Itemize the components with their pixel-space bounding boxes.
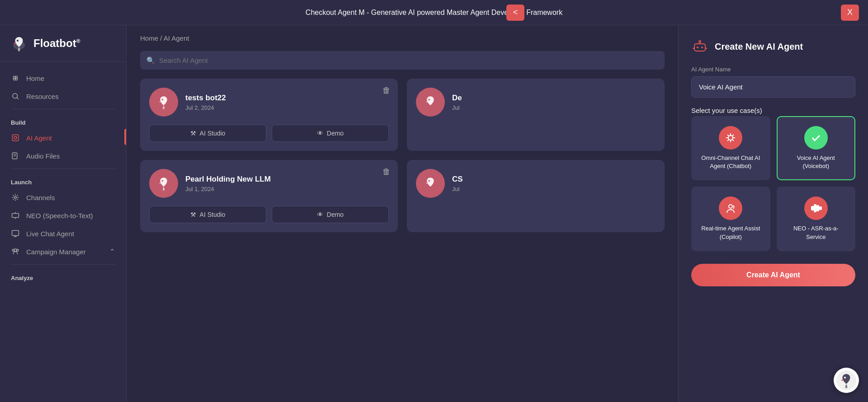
agent-info-2: De Jul [452, 93, 656, 111]
agent-name-form-group: AI Agent Name [691, 66, 855, 98]
sidebar-live-chat-label: Live Chat Agent [26, 230, 74, 238]
agent-name-3: Pearl Holding New LLM [185, 175, 389, 184]
use-case-omni-name: Omni-Channel Chat AI Agent (Chatbot) [698, 154, 763, 170]
use-case-realtime-name: Real-time Agent Assist (Copilot) [698, 224, 763, 241]
agent-avatar-4 [416, 169, 445, 198]
sidebar-item-audio-files[interactable]: Audio Files [0, 147, 126, 165]
use-case-grid: Omni-Channel Chat AI Agent (Chatbot) Voi… [691, 116, 855, 251]
agent-card-3-header: Pearl Holding New LLM Jul 1, 2024 [149, 169, 389, 198]
ai-agent-icon [11, 133, 20, 142]
top-header: Checkout Agent M - Generative AI powered… [0, 0, 868, 25]
agent-card-4-header: CS Jul [416, 169, 656, 198]
active-indicator [124, 129, 126, 145]
agent-name-label: AI Agent Name [691, 66, 855, 73]
svg-line-8 [17, 98, 18, 99]
svg-line-48 [727, 135, 729, 136]
agent-card-4: CS Jul [407, 160, 665, 232]
svg-point-34 [161, 180, 163, 182]
search-input[interactable] [140, 51, 665, 70]
use-case-neo-asr-name: NEO - ASR-as-a-Service [784, 224, 849, 241]
svg-point-14 [14, 196, 17, 199]
logo-text: Floatbot® [33, 37, 80, 50]
svg-line-19 [13, 195, 14, 196]
agent-actions-1: ⚒ AI Studio 👁 Demo [149, 125, 389, 142]
agent-grid: tests bot22 Jul 2, 2024 🗑 ⚒ AI Studio 👁 … [127, 79, 678, 232]
sidebar-home-label: Home [26, 75, 44, 82]
agent-card-3: Pearl Holding New LLM Jul 1, 2024 🗑 ⚒ AI… [140, 160, 398, 232]
neo-icon [11, 211, 20, 220]
sidebar-item-campaign[interactable]: Campaign Manager ⌃ [0, 243, 126, 261]
panel-title-row: Create New AI Agent [691, 38, 855, 55]
search-wrapper: 🔍 [140, 51, 665, 70]
svg-point-2 [17, 40, 19, 42]
agent-info-4: CS Jul [452, 175, 656, 192]
search-icon: 🔍 [146, 56, 155, 65]
sidebar-item-live-chat[interactable]: Live Chat Agent [0, 224, 126, 243]
agent-delete-3[interactable]: 🗑 [382, 167, 391, 177]
close-button[interactable]: X [841, 5, 859, 21]
svg-point-37 [697, 47, 698, 48]
search-bar-wrapper: 🔍 [127, 47, 678, 79]
agent-card-2: De Jul [407, 79, 665, 151]
section-build: Build [0, 113, 126, 129]
svg-point-6 [15, 78, 18, 80]
sidebar-item-channels[interactable]: Channels [0, 188, 126, 206]
chevron-down-icon: ⌃ [109, 248, 115, 256]
use-case-omni-channel[interactable]: Omni-Channel Chat AI Agent (Chatbot) [691, 116, 770, 180]
svg-line-22 [13, 199, 14, 200]
agent-name-2: De [452, 93, 656, 103]
agent-ai-studio-1[interactable]: ⚒ AI Studio [149, 125, 266, 142]
sidebar-logo: Floatbot® [0, 25, 126, 62]
divider-1 [11, 109, 115, 109]
floatbot-logo-icon [9, 33, 29, 53]
wrench-icon-3: ⚒ [190, 211, 196, 218]
live-chat-icon [11, 229, 20, 238]
neo-asr-icon-circle [804, 196, 828, 220]
panel-title: Create New AI Agent [715, 42, 803, 52]
floatbot-corner-icon [836, 370, 856, 390]
agent-delete-1[interactable]: 🗑 [382, 86, 391, 95]
agent-card-2-header: De Jul [416, 88, 656, 117]
agent-date-1: Jul 2, 2024 [185, 104, 389, 111]
sidebar-resources-label: Resources [26, 93, 59, 100]
agent-info-1: tests bot22 Jul 2, 2024 [185, 93, 389, 111]
agent-demo-1[interactable]: 👁 Demo [272, 125, 389, 142]
sidebar-neo-label: NEO (Speech-to-Text) [26, 212, 93, 220]
agent-demo-3[interactable]: 👁 Demo [272, 206, 389, 223]
use-case-realtime[interactable]: Real-time Agent Assist (Copilot) [691, 187, 770, 251]
agent-card-1-header: tests bot22 Jul 2, 2024 [149, 88, 389, 117]
agent-ai-studio-3[interactable]: ⚒ AI Studio [149, 206, 266, 223]
agent-name-1: tests bot22 [185, 93, 389, 103]
svg-rect-36 [694, 44, 705, 51]
agent-avatar-3 [149, 169, 178, 198]
svg-rect-54 [814, 205, 816, 212]
right-panel: Create New AI Agent AI Agent Name Select… [678, 25, 868, 402]
sidebar-item-resources[interactable]: Resources [0, 87, 126, 105]
divider-3 [11, 264, 115, 265]
create-ai-agent-button[interactable]: Create AI Agent [691, 264, 855, 286]
floatbot-avatar-corner [834, 368, 859, 393]
main-layout: Floatbot® Home Resources Build [0, 25, 868, 402]
use-case-neo-asr[interactable]: NEO - ASR-as-a-Service [777, 187, 856, 251]
svg-point-35 [428, 180, 430, 182]
sidebar-item-home[interactable]: Home [0, 69, 126, 87]
svg-point-10 [14, 136, 17, 139]
sidebar-item-ai-agent[interactable]: AI Agent [0, 129, 126, 147]
svg-point-40 [699, 41, 701, 42]
content-area: Home / AI Agent 🔍 tests bot22 Jul 2, 202… [127, 25, 678, 402]
svg-point-58 [844, 377, 846, 379]
sidebar-item-neo[interactable]: NEO (Speech-to-Text) [0, 206, 126, 224]
use-case-voice-name: Voice AI Agent (Voicebot) [784, 154, 849, 170]
agent-date-3: Jul 1, 2024 [185, 186, 389, 192]
svg-rect-55 [817, 206, 819, 211]
svg-rect-53 [811, 206, 813, 210]
eye-icon-3: 👁 [317, 211, 323, 218]
back-button[interactable]: < [506, 5, 524, 21]
agent-name-input[interactable] [691, 76, 855, 98]
svg-rect-56 [820, 207, 821, 210]
campaign-icon [11, 247, 20, 256]
realtime-icon-circle [719, 196, 742, 220]
panel-title-icon [691, 38, 708, 55]
sidebar-audio-label: Audio Files [26, 152, 60, 160]
use-case-voice-ai[interactable]: Voice AI Agent (Voicebot) [777, 116, 856, 180]
